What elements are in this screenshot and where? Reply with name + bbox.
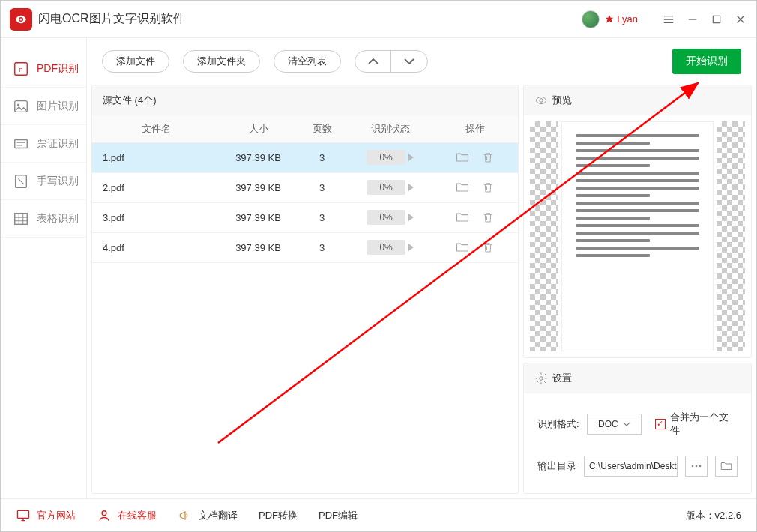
sidebar-label: 图片识别 <box>37 100 79 113</box>
cell-size: 397.39 KB <box>220 232 296 262</box>
sidebar-item-table[interactable]: 表格识别 <box>1 200 86 238</box>
person-icon <box>97 508 112 523</box>
ticket-icon <box>13 136 29 152</box>
cell-pages: 3 <box>297 232 348 262</box>
checkbox-icon: ✓ <box>655 419 666 429</box>
open-folder-icon[interactable] <box>454 240 471 255</box>
svg-rect-4 <box>15 100 28 112</box>
col-name: 文件名 <box>92 115 220 142</box>
user-area[interactable]: Lyan <box>582 10 638 28</box>
eye-icon <box>534 94 548 107</box>
format-select[interactable]: DOC <box>587 414 642 435</box>
start-recognize-button[interactable]: 开始识别 <box>672 49 741 74</box>
toolbar: 添加文件 添加文件夹 清空列表 开始识别 <box>87 38 756 85</box>
gear-icon <box>534 372 548 385</box>
col-pages: 页数 <box>297 115 348 142</box>
preview-header: 预览 <box>524 85 751 115</box>
pdf-icon: P <box>13 61 29 77</box>
menu-button[interactable] <box>662 13 675 26</box>
svg-point-11 <box>696 465 698 467</box>
clear-list-button[interactable]: 清空列表 <box>274 50 341 73</box>
svg-point-0 <box>20 18 22 20</box>
add-folder-button[interactable]: 添加文件夹 <box>183 50 260 73</box>
doc-translate-link[interactable]: 文档翻译 <box>178 508 238 523</box>
sidebar: P PDF识别 图片识别 票证识别 手写识别 表格识别 <box>1 38 87 498</box>
sidebar-label: 表格识别 <box>37 212 79 226</box>
open-folder-icon[interactable] <box>454 210 471 225</box>
delete-icon[interactable] <box>480 180 496 195</box>
table-row[interactable]: 1.pdf397.39 KB30% <box>92 142 518 172</box>
table-row[interactable]: 3.pdf397.39 KB30% <box>92 202 518 232</box>
monitor-icon <box>16 508 31 523</box>
preview-page-thumb <box>561 121 714 351</box>
sidebar-item-image[interactable]: 图片识别 <box>1 88 86 125</box>
cell-pages: 3 <box>297 202 348 232</box>
progress-value: 0% <box>367 210 405 225</box>
cell-size: 397.39 KB <box>220 202 296 232</box>
table-row[interactable]: 4.pdf397.39 KB30% <box>92 232 518 262</box>
play-icon[interactable] <box>408 244 414 251</box>
app-title: 闪电OCR图片文字识别软件 <box>38 11 185 27</box>
cell-name: 4.pdf <box>92 232 220 262</box>
cell-name: 1.pdf <box>92 142 220 172</box>
delete-icon[interactable] <box>480 210 496 225</box>
svg-point-9 <box>540 377 543 381</box>
move-up-button[interactable] <box>355 51 391 72</box>
checker-right <box>717 121 745 351</box>
titlebar: 闪电OCR图片文字识别软件 Lyan <box>1 1 756 38</box>
play-icon[interactable] <box>408 214 414 221</box>
svg-rect-8 <box>15 213 28 224</box>
output-label: 输出目录 <box>537 459 576 473</box>
cell-size: 397.39 KB <box>220 142 296 172</box>
close-button[interactable] <box>734 13 747 26</box>
sidebar-item-ticket[interactable]: 票证识别 <box>1 125 86 163</box>
preview-pane: 预览 <box>523 85 752 358</box>
cell-pages: 3 <box>297 142 348 172</box>
version-label: 版本：v2.2.6 <box>686 509 741 522</box>
play-icon[interactable] <box>408 154 414 161</box>
pdf-convert-link[interactable]: PDF转换 <box>259 509 298 522</box>
cell-size: 397.39 KB <box>220 172 296 202</box>
progress-value: 0% <box>367 180 405 195</box>
open-folder-button[interactable] <box>715 456 738 477</box>
sidebar-label: 票证识别 <box>37 137 79 151</box>
website-link[interactable]: 官方网站 <box>16 508 76 523</box>
svg-rect-13 <box>18 510 29 518</box>
open-folder-icon[interactable] <box>454 180 471 195</box>
file-list-pane: 源文件 (4个) 文件名 大小 页数 识别状态 操作 1.pdf397.39 K… <box>91 85 519 494</box>
move-buttons <box>355 50 428 73</box>
cell-name: 2.pdf <box>92 172 220 202</box>
play-icon[interactable] <box>408 184 414 191</box>
col-size: 大小 <box>220 115 296 142</box>
format-label: 识别格式: <box>537 417 579 431</box>
folder-icon <box>720 459 733 473</box>
open-folder-icon[interactable] <box>454 150 471 165</box>
sidebar-item-handwrite[interactable]: 手写识别 <box>1 163 86 200</box>
svg-rect-6 <box>15 139 28 148</box>
maximize-button[interactable] <box>710 13 723 26</box>
checker-left <box>530 121 558 351</box>
support-link[interactable]: 在线客服 <box>97 508 157 523</box>
vip-icon <box>604 14 615 25</box>
browse-button[interactable] <box>685 456 708 477</box>
delete-icon[interactable] <box>480 150 496 165</box>
pdf-edit-link[interactable]: PDF编辑 <box>319 509 358 522</box>
megaphone-icon <box>178 508 193 523</box>
minimize-button[interactable] <box>686 13 699 26</box>
add-file-button[interactable]: 添加文件 <box>102 50 169 73</box>
table-row[interactable]: 2.pdf397.39 KB30% <box>92 172 518 202</box>
username: Lyan <box>617 13 638 25</box>
file-table: 文件名 大小 页数 识别状态 操作 1.pdf397.39 KB30%2.pdf… <box>92 115 518 263</box>
delete-icon[interactable] <box>480 240 496 255</box>
svg-rect-1 <box>713 16 720 22</box>
output-path-input[interactable]: C:\Users\admin\Deskto <box>584 456 678 477</box>
settings-pane: 设置 识别格式: DOC ✓ 合并为一 <box>523 363 752 494</box>
cell-name: 3.pdf <box>92 202 220 232</box>
merge-checkbox[interactable]: ✓ 合并为一个文件 <box>655 411 738 438</box>
statusbar: 官方网站 在线客服 文档翻译 PDF转换 PDF编辑 版本：v2.2.6 <box>1 498 756 531</box>
sidebar-label: 手写识别 <box>37 175 79 188</box>
window-controls <box>662 13 747 26</box>
sidebar-item-pdf[interactable]: P PDF识别 <box>1 50 86 88</box>
move-down-button[interactable] <box>391 51 427 72</box>
image-icon <box>13 98 29 115</box>
